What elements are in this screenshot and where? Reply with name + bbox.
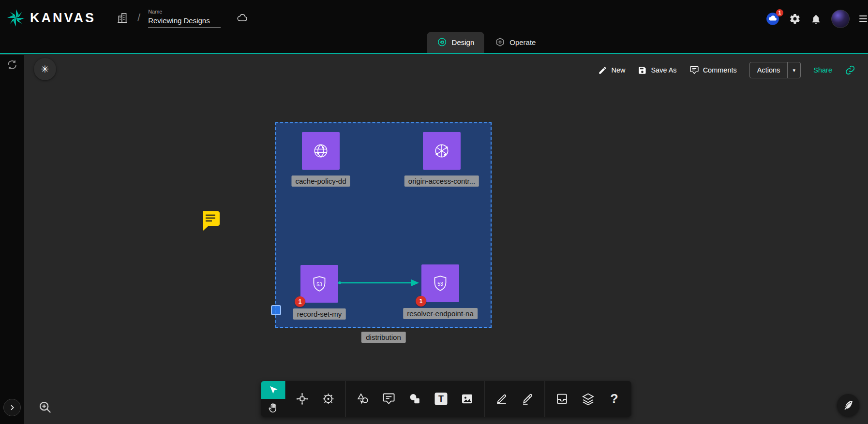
- node-origin-access-control[interactable]: origin-access-contr...: [423, 132, 461, 170]
- cloud-sync-icon[interactable]: [235, 12, 250, 24]
- canvas-action-bar: New Save As Comments Actions: [598, 62, 855, 78]
- annotate-tool-button[interactable]: [515, 374, 541, 424]
- pan-tool-button[interactable]: [261, 399, 285, 417]
- design-canvas[interactable]: ✳ New Save As Comments: [24, 55, 868, 424]
- mode-tabs: Design Operate: [427, 32, 546, 53]
- layers-icon: [582, 392, 595, 406]
- hand-icon: [268, 402, 279, 414]
- app-header: KANVAS / Name: [0, 0, 868, 54]
- tab-operate-label: Operate: [509, 38, 536, 46]
- route53-shield-icon: 53: [300, 265, 338, 303]
- select-tool-button[interactable]: [261, 381, 285, 399]
- comment-bubble-icon: [382, 392, 396, 406]
- drawer-icon: [555, 392, 569, 406]
- composer-tool-button[interactable]: [289, 374, 315, 424]
- comments-button[interactable]: Comments: [689, 65, 737, 75]
- image-tool-button[interactable]: [454, 374, 480, 424]
- shapes-tool-button[interactable]: [402, 374, 428, 424]
- drawer-tool-button[interactable]: [549, 374, 575, 424]
- actions-caret-button[interactable]: ▾: [787, 62, 800, 78]
- node-label: resolver-endpoint-na: [403, 308, 478, 319]
- canvas-menu-button[interactable]: ✳: [34, 58, 56, 80]
- help-icon: ?: [610, 392, 618, 407]
- chevron-right-icon: [8, 404, 16, 411]
- breadcrumb-separator: /: [137, 12, 140, 24]
- share-button[interactable]: Share: [813, 66, 832, 74]
- svg-text:53: 53: [316, 282, 322, 287]
- route53-shield-icon: 53: [421, 264, 459, 302]
- notifications-bell-icon[interactable]: [810, 14, 822, 25]
- design-name-input[interactable]: [148, 16, 221, 28]
- text-tool-icon: T: [435, 393, 448, 405]
- selected-group-distribution[interactable]: cache-policy-dd origin-access-contr...: [275, 122, 492, 328]
- node-cache-policy[interactable]: cache-policy-dd: [302, 132, 340, 170]
- caret-down-icon: ▾: [793, 67, 796, 73]
- copy-link-button[interactable]: [845, 65, 855, 75]
- node-label: record-set-my: [293, 308, 346, 320]
- design-doodle-icon: [437, 37, 448, 47]
- node-label: cache-policy-dd: [291, 175, 350, 187]
- kanvas-app: KANVAS / Name: [0, 0, 868, 424]
- feather-icon: [842, 399, 854, 411]
- tab-design-label: Design: [452, 38, 475, 46]
- cloudfront-globe-icon: [302, 132, 340, 170]
- tab-design[interactable]: Design: [427, 32, 484, 53]
- tool-palette: T: [261, 381, 631, 417]
- node-label: origin-access-contr...: [404, 175, 479, 187]
- notification-count-badge: 1: [776, 9, 783, 16]
- expand-sidebar-button[interactable]: [3, 399, 21, 416]
- zoom-in-icon: [38, 400, 52, 414]
- menu-icon[interactable]: [859, 15, 867, 22]
- pencil-ruler-icon: [495, 392, 509, 406]
- user-avatar[interactable]: [831, 10, 850, 28]
- pencil-icon: [598, 66, 607, 75]
- node-resolver-endpoint[interactable]: 53 1 resolver-endpoint-na: [421, 264, 459, 302]
- organization-icon[interactable]: [116, 12, 129, 24]
- helm-tool-button[interactable]: [315, 374, 342, 424]
- kanvas-logo-icon: [7, 9, 25, 27]
- group-label-distribution[interactable]: distribution: [361, 332, 406, 343]
- cursor-arrow-icon: [268, 385, 279, 395]
- whiteboard-pen-button[interactable]: [837, 394, 859, 416]
- text-tool-button[interactable]: T: [428, 374, 454, 424]
- layers-tool-button[interactable]: [575, 374, 601, 424]
- design-name-field: Name: [148, 9, 221, 28]
- settings-gear-icon[interactable]: [789, 13, 801, 25]
- design-name-label: Name: [148, 9, 221, 15]
- tab-operate[interactable]: Operate: [485, 32, 545, 53]
- help-tool-button[interactable]: ?: [601, 374, 628, 424]
- meshsync-icon[interactable]: [6, 59, 18, 73]
- shapes-pointer-tool-button[interactable]: [350, 374, 376, 424]
- link-icon: [845, 65, 855, 75]
- save-as-button[interactable]: Save As: [638, 66, 676, 75]
- kanvas-logo[interactable]: KANVAS: [7, 9, 96, 27]
- helm-wheel-icon: [322, 392, 335, 406]
- actions-button[interactable]: Actions: [750, 62, 788, 78]
- logo-wordmark: KANVAS: [30, 11, 96, 26]
- node-composer-icon: [296, 392, 309, 406]
- left-sidebar: [0, 55, 24, 424]
- actions-dropdown: Actions ▾: [749, 62, 801, 78]
- comment-marker[interactable]: [201, 211, 220, 234]
- shapes-icon: [408, 392, 422, 406]
- comment-tool-button[interactable]: [376, 374, 402, 424]
- zoom-in-button[interactable]: [38, 400, 52, 414]
- svg-text:53: 53: [437, 281, 443, 287]
- new-button[interactable]: New: [598, 66, 625, 75]
- cloud-account-button[interactable]: 1: [766, 12, 779, 26]
- image-icon: [461, 392, 474, 406]
- node-record-set[interactable]: 53 1 record-set-my: [300, 265, 338, 303]
- group-port-handle[interactable]: [271, 305, 281, 315]
- sketch-tool-button[interactable]: [489, 374, 515, 424]
- operate-hexagon-icon: [494, 37, 505, 47]
- network-globe-icon: [423, 132, 461, 170]
- pen-edit-icon: [521, 392, 535, 406]
- save-icon: [638, 66, 647, 75]
- issue-count-badge[interactable]: 1: [295, 296, 305, 307]
- comment-icon: [689, 65, 699, 75]
- issue-count-badge[interactable]: 1: [416, 296, 426, 307]
- flower-icon: ✳: [41, 63, 49, 75]
- shapes-pointer-icon: [356, 392, 370, 406]
